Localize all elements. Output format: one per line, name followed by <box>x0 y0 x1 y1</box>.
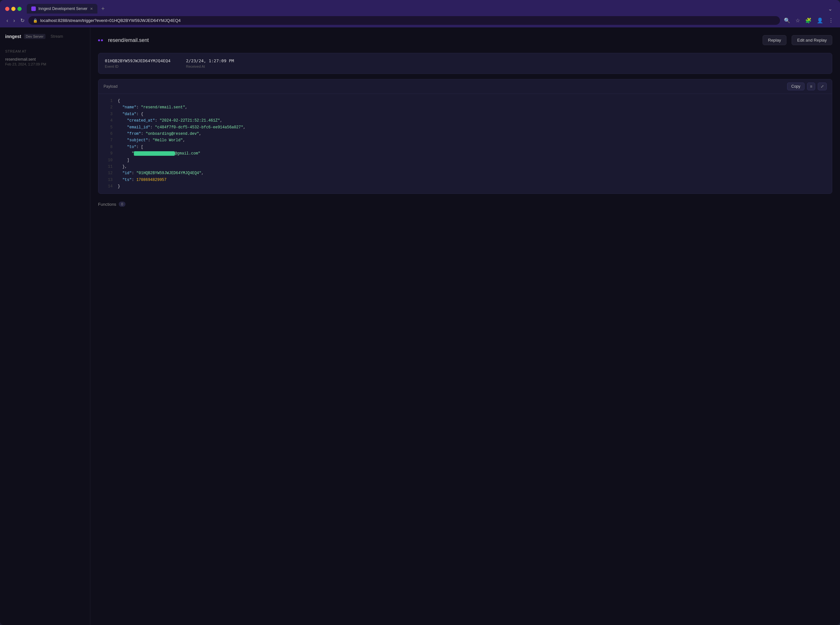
code-line: 8 "to": [ <box>98 144 832 150</box>
bookmark-button[interactable]: ☆ <box>794 16 801 25</box>
received-at-field: 2/23/24, 1:27:09 PM Received At <box>186 58 234 68</box>
profile-button[interactable]: 👤 <box>815 16 824 25</box>
title-bar: Inngest Development Server ✕ + ⌄ <box>0 0 840 14</box>
event-name-title: resend/email.sent <box>108 37 758 43</box>
code-line: 11 }, <box>98 163 832 170</box>
code-viewer: 1 { 2 "name": "resend/email.sent", 3 <box>98 94 832 193</box>
line-number: 10 <box>104 157 113 163</box>
line-number: 2 <box>104 104 113 110</box>
sidebar-event-time: Feb 23, 2024, 1:27:09 PM <box>5 62 85 66</box>
sidebar-event-name: resend/email.sent <box>5 57 85 62</box>
line-number: 14 <box>104 183 113 190</box>
functions-section: Functions 0 <box>98 199 832 209</box>
forward-button[interactable]: › <box>12 16 16 25</box>
functions-label: Functions <box>98 202 116 207</box>
payload-card: Payload Copy ≡ ⤢ 1 { 2 "name": " <box>98 79 832 194</box>
event-id-value: 01HQB2BYW59JWJED64YMJQ4EQ4 <box>105 58 171 63</box>
reload-button[interactable]: ↻ <box>19 16 26 25</box>
event-icon <box>98 39 103 41</box>
functions-header: Functions 0 <box>98 199 832 209</box>
traffic-lights <box>5 7 22 11</box>
tabs-bar: Inngest Development Server ✕ + <box>27 4 823 14</box>
line-number: 6 <box>104 131 113 137</box>
back-button[interactable]: ‹ <box>5 16 9 25</box>
event-dot-1 <box>98 39 100 41</box>
active-tab[interactable]: Inngest Development Server ✕ <box>27 4 97 14</box>
line-number: 11 <box>104 163 113 170</box>
address-actions: 🔍 ☆ 🧩 👤 ⋮ <box>782 16 835 25</box>
edit-replay-button[interactable]: Edit and Replay <box>792 35 832 45</box>
tab-title: Inngest Development Server <box>38 6 87 11</box>
code-line: 6 "from": "onboarding@resend.dev", <box>98 131 832 137</box>
code-line: 14 } <box>98 183 832 190</box>
line-content: "data": { <box>118 111 143 117</box>
logo-text: inngest <box>5 34 21 39</box>
line-content: "xxxxxxxxxxxxxxxxx@gmail.com" <box>118 150 200 157</box>
sidebar-stream-link[interactable]: Stream <box>51 34 63 39</box>
line-content: "id": "01HQB2BYW59JWJED64YMJQ4EQ4", <box>118 170 204 176</box>
code-line: 10 ] <box>98 157 832 163</box>
payload-title: Payload <box>104 84 784 89</box>
line-number: 3 <box>104 111 113 117</box>
line-content: "from": "onboarding@resend.dev", <box>118 131 201 137</box>
line-content: "subject": "Hello World", <box>118 137 185 143</box>
event-id-label: Event ID <box>105 64 171 68</box>
browser-window: Inngest Development Server ✕ + ⌄ ‹ › ↻ 🔒… <box>0 0 840 625</box>
code-line: 3 "data": { <box>98 111 832 117</box>
event-dot-2 <box>101 39 103 41</box>
line-number: 12 <box>104 170 113 176</box>
sidebar: inngest Dev Server Stream Stream At rese… <box>0 27 90 625</box>
expand-button[interactable]: ⤢ <box>818 82 827 90</box>
code-line: 2 "name": "resend/email.sent", <box>98 104 832 110</box>
line-content: ] <box>118 157 129 163</box>
received-at-label: Received At <box>186 64 234 68</box>
line-number: 4 <box>104 117 113 124</box>
line-content: }, <box>118 163 127 170</box>
line-number: 8 <box>104 144 113 150</box>
extensions-button[interactable]: 🧩 <box>804 16 813 25</box>
logo-badge: Dev Server <box>24 34 45 39</box>
line-content: "to": [ <box>118 144 143 150</box>
line-content: "ts": 1708694829957 <box>118 177 166 183</box>
new-tab-button[interactable]: + <box>99 4 107 14</box>
browser-menu-button[interactable]: ⌄ <box>826 5 835 13</box>
line-content: "email_id": "c484f7f0-dcf5-4532-bfc6-ee9… <box>118 124 246 131</box>
main-content: inngest Dev Server Stream Stream At rese… <box>0 27 840 625</box>
event-meta-card: 01HQB2BYW59JWJED64YMJQ4EQ4 Event ID 2/23… <box>98 53 832 74</box>
tab-close-button[interactable]: ✕ <box>90 7 93 11</box>
line-number: 13 <box>104 177 113 183</box>
close-button[interactable] <box>5 7 9 11</box>
code-line: 1 { <box>98 98 832 104</box>
maximize-button[interactable] <box>17 7 22 11</box>
url-text: localhost:8288/stream/trigger?event=01HQ… <box>40 18 180 23</box>
code-line: 9 "xxxxxxxxxxxxxxxxx@gmail.com" <box>98 150 832 157</box>
minimize-button[interactable] <box>11 7 16 11</box>
copy-button[interactable]: Copy <box>787 82 804 90</box>
address-bar: ‹ › ↻ 🔒 localhost:8288/stream/trigger?ev… <box>0 14 840 27</box>
more-button[interactable]: ⋮ <box>827 16 835 25</box>
functions-count: 0 <box>119 202 125 207</box>
event-header: resend/email.sent Replay Edit and Replay <box>98 35 832 45</box>
line-content: } <box>118 183 120 190</box>
code-line: 4 "created_at": "2024-02-22T21:52:21.461… <box>98 117 832 124</box>
code-line: 12 "id": "01HQB2BYW59JWJED64YMJQ4EQ4", <box>98 170 832 176</box>
code-line: 7 "subject": "Hello World", <box>98 137 832 143</box>
line-number: 1 <box>104 98 113 104</box>
code-line: 5 "email_id": "c484f7f0-dcf5-4532-bfc6-e… <box>98 124 832 131</box>
search-button[interactable]: 🔍 <box>782 16 792 25</box>
event-detail-panel: resend/email.sent Replay Edit and Replay… <box>90 27 840 625</box>
tab-favicon-icon <box>31 6 36 11</box>
format-button[interactable]: ≡ <box>807 82 815 90</box>
line-content: "created_at": "2024-02-22T21:52:21.461Z"… <box>118 117 222 124</box>
received-at-value: 2/23/24, 1:27:09 PM <box>186 58 234 63</box>
code-line: 13 "ts": 1708694829957 <box>98 177 832 183</box>
redacted-email: xxxxxxxxxxxxxxxxx <box>134 151 174 156</box>
sidebar-logo: inngest Dev Server Stream <box>0 31 90 44</box>
line-number: 5 <box>104 124 113 131</box>
line-number: 9 <box>104 150 113 157</box>
address-url-bar[interactable]: 🔒 localhost:8288/stream/trigger?event=01… <box>28 16 780 25</box>
replay-button[interactable]: Replay <box>762 35 786 45</box>
line-number: 7 <box>104 137 113 143</box>
sidebar-event-item[interactable]: resend/email.sent Feb 23, 2024, 1:27:09 … <box>0 54 90 69</box>
sidebar-section-label: Stream At <box>0 44 90 54</box>
